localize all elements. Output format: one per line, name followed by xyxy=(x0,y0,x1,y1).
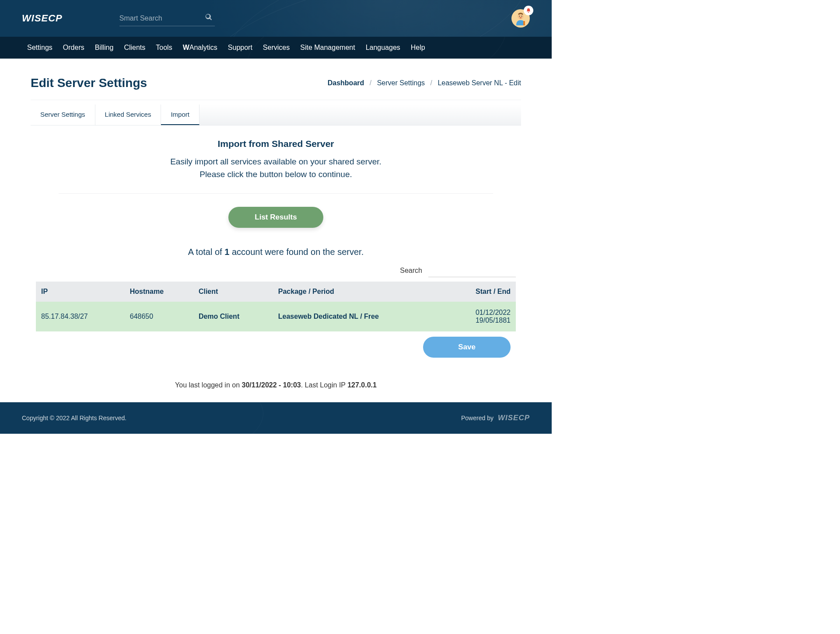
breadcrumb-sep: / xyxy=(430,79,432,87)
nav-billing[interactable]: Billing xyxy=(90,38,119,57)
last-login-info: You last logged in on 30/11/2022 - 10:03… xyxy=(31,381,521,389)
import-title: Import from Shared Server xyxy=(59,139,493,149)
cell-start: 01/12/2022 xyxy=(476,309,511,316)
tab-import[interactable]: Import xyxy=(161,105,200,125)
nav-tools[interactable]: Tools xyxy=(150,38,177,57)
page-content: Edit Server Settings Dashboard / Server … xyxy=(0,59,552,389)
top-bar: WISECP xyxy=(0,0,552,37)
summary-prefix: A total of xyxy=(188,247,224,257)
table-header-row: IP Hostname Client Package / Period Star… xyxy=(36,282,516,302)
results-table: IP Hostname Client Package / Period Star… xyxy=(36,282,516,331)
th-hostname[interactable]: Hostname xyxy=(125,282,193,302)
nav-clients[interactable]: Clients xyxy=(119,38,150,57)
nav-site-management[interactable]: Site Management xyxy=(295,38,360,57)
tab-linked-services[interactable]: Linked Services xyxy=(95,105,161,125)
page-title: Edit Server Settings xyxy=(31,76,147,90)
svg-point-1 xyxy=(519,16,520,17)
last-login-datetime: 30/11/2022 - 10:03 xyxy=(242,381,301,389)
import-desc-line2: Please click the button below to continu… xyxy=(200,170,352,179)
tab-server-settings[interactable]: Server Settings xyxy=(31,105,95,125)
search-icon[interactable] xyxy=(205,14,212,22)
summary-suffix: account were found on the server. xyxy=(229,247,364,257)
nav-settings[interactable]: Settings xyxy=(22,38,58,57)
footer-brand-logo: WISECP xyxy=(498,414,530,422)
summary-count: 1 xyxy=(224,247,229,257)
import-section: Import from Shared Server Easily import … xyxy=(31,125,521,257)
breadcrumb-dashboard[interactable]: Dashboard xyxy=(328,79,364,87)
svg-point-2 xyxy=(522,16,522,17)
page-header: Edit Server Settings Dashboard / Server … xyxy=(31,76,521,100)
divider xyxy=(59,193,493,194)
th-package[interactable]: Package / Period xyxy=(273,282,445,302)
table-search-label: Search xyxy=(400,267,422,275)
th-client[interactable]: Client xyxy=(193,282,273,302)
th-start-end[interactable]: Start / End xyxy=(445,282,516,302)
nav-languages[interactable]: Languages xyxy=(360,38,406,57)
user-avatar-wrap[interactable] xyxy=(511,9,530,28)
cell-hostname: 648650 xyxy=(125,302,193,331)
breadcrumb: Dashboard / Server Settings / Leaseweb S… xyxy=(328,79,521,87)
notification-badge[interactable] xyxy=(524,6,533,15)
search-input[interactable] xyxy=(119,11,215,26)
nav-support[interactable]: Support xyxy=(223,38,258,57)
footer-powered: Powered by WISECP xyxy=(461,414,530,422)
footer-copyright: Copyright © 2022 All Rights Reserved. xyxy=(22,415,126,422)
breadcrumb-sep: / xyxy=(370,79,371,87)
cell-client: Demo Client xyxy=(193,302,273,331)
tab-row: Server Settings Linked Services Import xyxy=(31,105,521,125)
save-button[interactable]: Save xyxy=(423,337,511,358)
last-login-ip: 127.0.0.1 xyxy=(347,381,377,389)
main-nav: Settings Orders Billing Clients Tools WA… xyxy=(0,37,552,59)
nav-services[interactable]: Services xyxy=(258,38,295,57)
svg-rect-3 xyxy=(523,21,525,25)
import-desc-line1: Easily import all services available on … xyxy=(170,157,382,166)
th-ip[interactable]: IP xyxy=(36,282,125,302)
footer: Copyright © 2022 All Rights Reserved. Po… xyxy=(0,402,552,434)
cell-start-end: 01/12/2022 19/05/1881 xyxy=(445,302,516,331)
table-search-input[interactable] xyxy=(428,264,516,277)
brand-logo: WISECP xyxy=(22,13,63,24)
results-table-wrap: Search IP Hostname Client Package / Peri… xyxy=(36,264,516,358)
footer-powered-label: Powered by xyxy=(461,415,494,422)
cell-end: 19/05/1881 xyxy=(476,317,511,324)
nav-help[interactable]: Help xyxy=(406,38,430,57)
cell-package: Leaseweb Dedicated NL / Free xyxy=(273,302,445,331)
save-row: Save xyxy=(41,337,511,358)
table-row[interactable]: 85.17.84.38/27 648650 Demo Client Leasew… xyxy=(36,302,516,331)
nav-orders[interactable]: Orders xyxy=(58,38,90,57)
last-login-mid: . Last Login IP xyxy=(301,381,347,389)
breadcrumb-current: Leaseweb Server NL - Edit xyxy=(438,79,521,87)
results-summary: A total of 1 account were found on the s… xyxy=(59,247,493,257)
nav-wanalytics[interactable]: WAnalytics xyxy=(178,38,223,57)
breadcrumb-server-settings[interactable]: Server Settings xyxy=(377,79,425,87)
list-results-button[interactable]: List Results xyxy=(228,207,323,228)
search-wrap xyxy=(119,11,215,26)
table-search-row: Search xyxy=(36,264,516,277)
last-login-prefix: You last logged in on xyxy=(175,381,242,389)
cell-ip: 85.17.84.38/27 xyxy=(36,302,125,331)
